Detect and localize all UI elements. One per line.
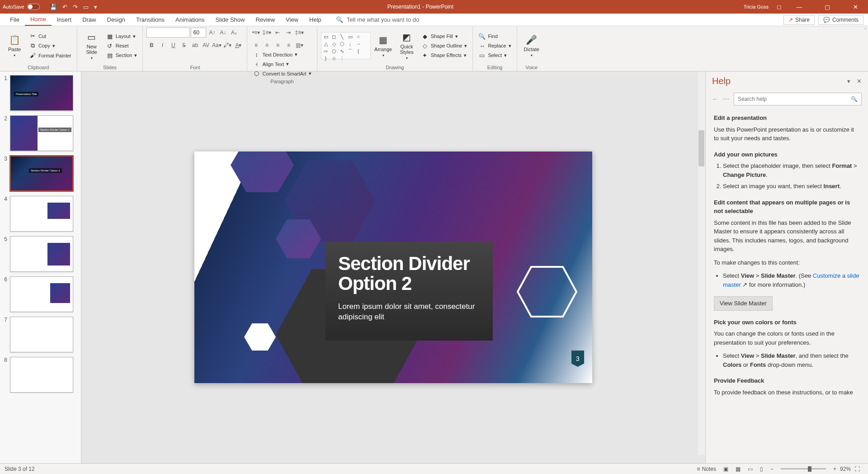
user-name[interactable]: Tricia Goss — [744, 4, 769, 9]
quick-styles-button[interactable]: ◩ Quick Styles ▾ — [396, 30, 418, 61]
strikethrough-button[interactable]: S̶ — [179, 40, 189, 50]
line-spacing-button[interactable]: ‡≡▾ — [294, 28, 304, 38]
replace-button[interactable]: ↔Replace▾ — [476, 42, 513, 50]
align-left-button[interactable]: ≡ — [251, 40, 261, 50]
layout-button[interactable]: ▦Layout▾ — [104, 32, 139, 41]
zoom-slider[interactable] — [781, 468, 826, 469]
tab-transitions[interactable]: Transitions — [131, 14, 170, 26]
tab-design[interactable]: Design — [102, 14, 131, 26]
start-from-beginning-icon[interactable]: ▭ — [83, 4, 89, 10]
shadow-button[interactable]: ab — [190, 40, 200, 50]
highlight-color-button[interactable]: 🖍▾ — [222, 40, 232, 50]
scrollbar-handle[interactable] — [698, 130, 704, 166]
paste-button[interactable]: 📋 Paste ▾ — [4, 30, 25, 61]
copy-button[interactable]: ⧉Copy▾ — [27, 41, 73, 50]
qat-customize-icon[interactable]: ▾ — [94, 4, 97, 10]
tab-home[interactable]: Home — [25, 14, 52, 26]
slide-counter[interactable]: Slide 3 of 12 — [5, 466, 35, 472]
redo-icon[interactable]: ↷ — [73, 4, 78, 10]
zoom-knob[interactable] — [808, 466, 811, 472]
normal-view-button[interactable]: ▣ — [720, 466, 732, 472]
slide-sorter-button[interactable]: ▦ — [732, 466, 744, 472]
columns-button[interactable]: ▥▾ — [294, 40, 304, 50]
help-back-icon[interactable]: ← — [712, 95, 718, 103]
canvas-scroll[interactable]: Section Divider Option 2 Lorem ipsum dol… — [81, 71, 705, 463]
reading-view-button[interactable]: ▭ — [744, 466, 756, 472]
undo-icon[interactable]: ↶ — [62, 4, 67, 10]
search-icon[interactable]: 🔍 — [851, 96, 858, 102]
find-button[interactable]: 🔍Find — [476, 32, 513, 41]
tab-slideshow[interactable]: Slide Show — [210, 14, 250, 26]
save-icon[interactable]: 💾 — [50, 4, 57, 10]
help-search-input[interactable] — [738, 96, 851, 102]
tab-file[interactable]: File — [5, 14, 25, 26]
justify-button[interactable]: ≡ — [283, 40, 293, 50]
italic-button[interactable]: I — [157, 40, 167, 50]
slide-thumbnail-3[interactable]: Section Divider Option 2 — [10, 156, 73, 191]
slide-thumbnail-2[interactable]: Section Divider Option 1 — [10, 115, 73, 151]
slide-thumbnail-7[interactable] — [10, 317, 73, 352]
arrange-button[interactable]: ▦ Arrange ▾ — [373, 30, 394, 61]
autosave-toggle[interactable]: AutoSave — [3, 4, 40, 10]
font-size-input[interactable]: 60 — [191, 28, 206, 38]
help-content[interactable]: Edit a presentation Use this PowerPoint … — [706, 107, 868, 463]
align-center-button[interactable]: ≡ — [262, 40, 272, 50]
tab-insert[interactable]: Insert — [52, 14, 77, 26]
bold-button[interactable]: B — [146, 40, 156, 50]
underline-button[interactable]: U — [168, 40, 178, 50]
slide-thumbnail-6[interactable] — [10, 276, 73, 312]
new-slide-button[interactable]: ▭ New Slide ▾ — [81, 30, 103, 61]
font-name-input[interactable] — [146, 28, 190, 38]
tab-review[interactable]: Review — [250, 14, 280, 26]
slideshow-view-button[interactable]: ▯ — [756, 466, 767, 472]
slide-canvas[interactable]: Section Divider Option 2 Lorem ipsum dol… — [194, 152, 592, 383]
share-button[interactable]: ↗Share — [783, 15, 815, 25]
align-text-button[interactable]: ⫞Align Text▾ — [251, 60, 313, 68]
tab-view[interactable]: View — [280, 14, 304, 26]
fit-to-window-button[interactable]: ⛶ — [851, 466, 863, 472]
shape-effects-button[interactable]: ✦Shape Effects▾ — [420, 51, 469, 60]
slide-thumbnail-5[interactable] — [10, 236, 73, 272]
decrease-font-icon[interactable]: A↓ — [218, 28, 228, 38]
toggle-off-icon[interactable] — [27, 4, 40, 10]
slide-title[interactable]: Section Divider Option 2 — [338, 254, 480, 294]
font-color-button[interactable]: A▾ — [233, 40, 243, 50]
help-search-box[interactable]: 🔍 — [734, 93, 862, 105]
task-pane-options-icon[interactable]: ▾ — [847, 78, 850, 85]
notes-button[interactable]: ≡Notes — [693, 466, 720, 472]
vertical-scrollbar[interactable] — [697, 71, 705, 455]
tell-me-search[interactable]: 🔍 Tell me what you want to do — [336, 16, 419, 23]
reset-button[interactable]: ↺Reset — [104, 42, 139, 50]
zoom-level[interactable]: 92% — [840, 466, 851, 472]
clear-formatting-icon[interactable]: Aₓ — [229, 28, 239, 38]
zoom-in-button[interactable]: + — [830, 466, 840, 472]
tab-draw[interactable]: Draw — [77, 14, 101, 26]
slide-thumbnail-1[interactable]: Presentation Title — [10, 75, 73, 111]
ribbon-display-options-icon[interactable]: ▢ — [777, 4, 781, 10]
zoom-out-button[interactable]: − — [767, 466, 777, 472]
collapse-ribbon-icon[interactable]: ˄ — [864, 28, 867, 33]
align-right-button[interactable]: ≡ — [273, 40, 283, 50]
comments-button[interactable]: 💬Comments — [818, 15, 863, 25]
select-button[interactable]: ▭Select▾ — [476, 51, 513, 60]
tab-help[interactable]: Help — [304, 14, 327, 26]
format-painter-button[interactable]: 🖌Format Painter — [27, 51, 73, 60]
dictate-button[interactable]: 🎤 Dictate ▾ — [521, 30, 542, 61]
slide-thumbnail-8[interactable] — [10, 357, 73, 393]
increase-font-icon[interactable]: A↑ — [207, 28, 217, 38]
section-button[interactable]: ▤Section▾ — [104, 51, 139, 60]
tab-animations[interactable]: Animations — [170, 14, 210, 26]
view-slide-master-button[interactable]: View Slide Master — [714, 296, 773, 311]
character-spacing-button[interactable]: AV — [201, 40, 211, 50]
slide-title-box[interactable]: Section Divider Option 2 Lorem ipsum dol… — [326, 242, 493, 341]
shape-outline-button[interactable]: ◇Shape Outline▾ — [420, 42, 469, 50]
maximize-button[interactable]: ▢ — [817, 4, 837, 10]
numbering-button[interactable]: 1≡▾ — [262, 28, 272, 38]
decrease-indent-button[interactable]: ⇤ — [273, 28, 283, 38]
increase-indent-button[interactable]: ⇥ — [283, 28, 293, 38]
help-more-icon[interactable]: ⋯ — [723, 95, 729, 103]
shape-fill-button[interactable]: ◆Shape Fill▾ — [420, 32, 469, 41]
cut-button[interactable]: ✂Cut — [27, 32, 73, 40]
bullets-button[interactable]: •≡▾ — [251, 28, 261, 38]
slide-thumbnail-4[interactable] — [10, 196, 73, 232]
